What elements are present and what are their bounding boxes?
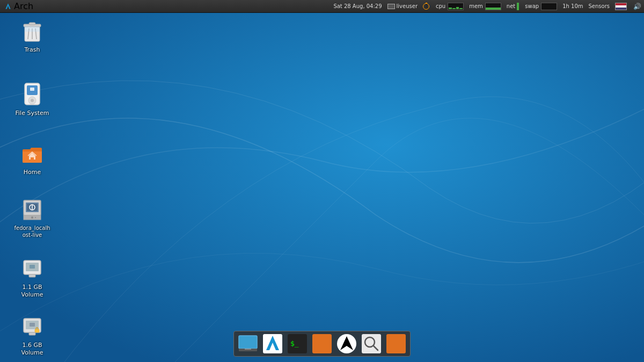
- vol11-icon-image: [19, 256, 45, 281]
- svg-rect-23: [30, 265, 35, 269]
- files-icon: [386, 334, 406, 353]
- panel-swap[interactable]: swap: [522, 0, 560, 12]
- svg-rect-32: [245, 349, 251, 350]
- filesystem-label: File System: [16, 110, 49, 117]
- svg-rect-0: [0, 0, 644, 362]
- svg-rect-36: [312, 334, 332, 353]
- filesystem-icon-image: [19, 82, 45, 107]
- svg-rect-7: [25, 26, 40, 32]
- desktop: [0, 0, 644, 362]
- svg-rect-3: [29, 23, 35, 25]
- net-label: net: [507, 3, 515, 9]
- svg-rect-27: [30, 323, 35, 327]
- monitor-icon: [387, 4, 395, 9]
- vol16-icon-image: [19, 314, 45, 339]
- fedora-icon[interactable]: fedora_localhost-live: [11, 194, 54, 241]
- trash-icon[interactable]: Trash: [11, 16, 54, 56]
- panel-net[interactable]: net: [504, 0, 522, 12]
- desktop-background-svg: [0, 0, 644, 362]
- svg-text:$_: $_: [290, 339, 299, 347]
- svg-rect-24: [29, 274, 35, 277]
- fedora-icon-image: [19, 197, 45, 222]
- svg-rect-30: [239, 336, 257, 349]
- panel-power-button[interactable]: [420, 0, 433, 12]
- swap-bar: [541, 3, 557, 10]
- svg-point-11: [31, 99, 34, 102]
- volume-icon: 🔊: [633, 3, 641, 10]
- panel-sensors[interactable]: Sensors: [586, 0, 613, 12]
- top-panel: Arch Sat 28 Aug, 04:29 liveuser cpu mem …: [0, 0, 644, 13]
- terminal-icon: $_: [288, 334, 307, 353]
- taskbar-search[interactable]: [360, 333, 383, 354]
- panel-language[interactable]: [612, 0, 631, 12]
- fedora-label: fedora_localhost-live: [13, 225, 52, 238]
- flag-icon: [615, 3, 627, 10]
- taskbar-catfish[interactable]: [335, 333, 358, 354]
- vol16-label: 1.6 GB Volume: [13, 342, 52, 357]
- search-icon: [362, 334, 381, 353]
- vol16-icon[interactable]: 1.6 GB Volume: [11, 312, 54, 359]
- cpu-label: cpu: [436, 3, 445, 9]
- panel-datetime: Sat 28 Aug, 04:29: [331, 0, 384, 12]
- taskbar-terminal[interactable]: $_: [286, 333, 309, 354]
- uptime-label: 1h 10m: [562, 3, 583, 9]
- orange-app1-icon: [312, 334, 332, 353]
- arch-menu-label: Arch: [14, 1, 33, 11]
- mem-bar: [485, 3, 501, 10]
- taskbar-arch-menu[interactable]: [261, 333, 284, 354]
- home-label: Home: [24, 169, 41, 176]
- taskbar-orange1[interactable]: [310, 333, 334, 354]
- net-indicator: [517, 3, 519, 10]
- panel-user-label: liveuser: [397, 3, 418, 9]
- panel-volume[interactable]: 🔊: [631, 0, 644, 12]
- taskbar-show-desktop[interactable]: [236, 333, 260, 354]
- vol11-label: 1.1 GB Volume: [13, 284, 52, 299]
- svg-point-17: [35, 217, 36, 218]
- taskbar: $_: [233, 331, 411, 357]
- svg-rect-29: [29, 332, 35, 335]
- home-icon[interactable]: Home: [11, 139, 54, 178]
- svg-rect-41: [386, 334, 406, 353]
- trash-label: Trash: [24, 46, 40, 54]
- catfish-icon: [337, 334, 356, 353]
- home-icon-image: [19, 141, 45, 166]
- mem-label: mem: [469, 3, 483, 9]
- power-icon: [423, 3, 429, 10]
- show-desktop-icon: [238, 335, 258, 352]
- taskbar-files[interactable]: [384, 333, 408, 354]
- trash-icon-image: [19, 18, 45, 44]
- filesystem-icon[interactable]: File System: [11, 79, 54, 119]
- arch-taskbar-icon: [263, 334, 282, 353]
- panel-mem[interactable]: mem: [466, 0, 504, 12]
- svg-point-16: [31, 216, 33, 219]
- arch-menu-button[interactable]: Arch: [0, 0, 38, 12]
- arch-logo-icon: [4, 3, 12, 10]
- svg-rect-12: [30, 88, 34, 91]
- svg-rect-28: [35, 329, 39, 332]
- panel-uptime: 1h 10m: [560, 0, 586, 12]
- vol11-icon[interactable]: 1.1 GB Volume: [11, 254, 54, 301]
- cpu-bar: [448, 3, 464, 10]
- panel-cpu[interactable]: cpu: [433, 0, 466, 12]
- panel-session[interactable]: liveuser: [385, 0, 420, 12]
- sensors-label: Sensors: [589, 3, 610, 9]
- swap-label: swap: [525, 3, 539, 9]
